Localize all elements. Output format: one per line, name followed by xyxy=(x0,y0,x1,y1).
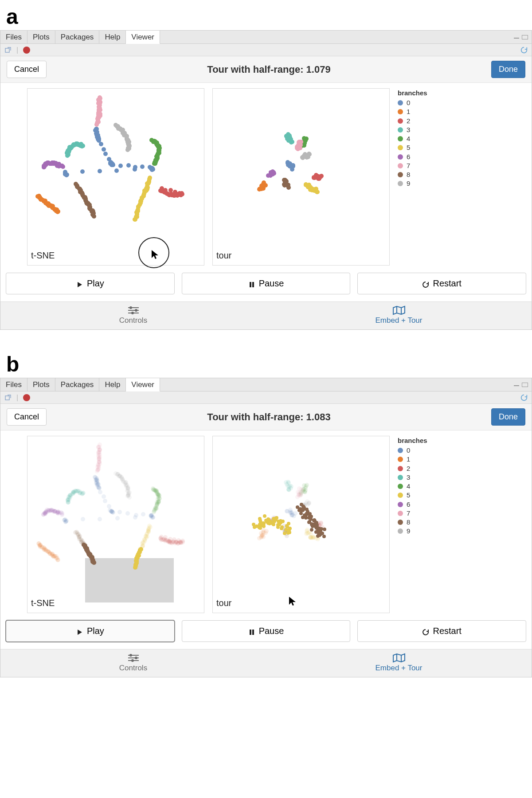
legend-item: 5 xyxy=(398,143,427,152)
pause-button[interactable]: Pause xyxy=(182,273,351,294)
restart-icon xyxy=(422,280,429,287)
legend-item: 2 xyxy=(398,117,427,125)
tab-files[interactable]: Files xyxy=(0,31,27,43)
bottom-tab-controls[interactable]: Controls xyxy=(0,649,266,677)
data-point xyxy=(288,527,292,530)
restart-label: Restart xyxy=(433,626,461,636)
data-point xyxy=(41,512,46,517)
data-point xyxy=(317,528,321,532)
legend-swatch-icon xyxy=(398,127,403,133)
legend-swatch-icon xyxy=(398,145,403,150)
done-button[interactable]: Done xyxy=(491,408,525,426)
svg-rect-9 xyxy=(5,396,9,400)
data-point xyxy=(304,514,307,517)
brush-selection[interactable] xyxy=(85,558,174,602)
bottom-tab-embed-tour[interactable]: Embed + Tour xyxy=(266,302,532,329)
data-point xyxy=(65,153,70,158)
legend-item: 6 xyxy=(398,153,427,161)
tsne-plot-panel[interactable]: t-SNE xyxy=(27,436,204,613)
play-icon xyxy=(76,280,83,287)
cancel-button[interactable]: Cancel xyxy=(7,408,47,426)
refresh-icon[interactable] xyxy=(520,394,528,402)
tab-viewer[interactable]: Viewer xyxy=(126,31,160,44)
restart-button[interactable]: Restart xyxy=(357,273,526,294)
stop-icon[interactable] xyxy=(23,394,31,402)
popout-icon[interactable] xyxy=(4,46,12,54)
branches-legend: branches 0123456789 xyxy=(398,436,427,536)
data-point xyxy=(263,514,266,518)
svg-point-17 xyxy=(132,660,133,661)
pause-icon xyxy=(248,280,255,287)
minimize-pane-icon[interactable] xyxy=(514,383,519,386)
data-point xyxy=(290,167,294,172)
data-point xyxy=(319,174,324,178)
page-title: Tour with half-range: 1.083 xyxy=(47,411,491,423)
play-label: Play xyxy=(87,626,104,636)
cursor-icon xyxy=(288,596,297,609)
tab-viewer[interactable]: Viewer xyxy=(126,378,160,391)
pause-label: Pause xyxy=(259,626,284,636)
rstudio-viewer-pane: Files Plots Packages Help Viewer | Cance… xyxy=(0,30,532,330)
tsne-plot-panel[interactable]: t-SNE xyxy=(27,88,204,266)
popout-icon[interactable] xyxy=(4,394,12,402)
data-point xyxy=(177,191,182,196)
stop-icon[interactable] xyxy=(23,46,31,54)
legend-swatch-icon xyxy=(398,154,403,160)
tab-packages[interactable]: Packages xyxy=(55,378,100,391)
tour-plot-panel[interactable]: tour xyxy=(212,436,390,613)
legend-swatch-icon xyxy=(398,448,403,453)
data-point xyxy=(98,517,102,521)
legend-item: 4 xyxy=(398,134,427,143)
subfigure-label-a: a xyxy=(0,4,532,30)
legend-swatch-icon xyxy=(398,511,403,516)
tab-files[interactable]: Files xyxy=(0,378,27,391)
data-point xyxy=(280,525,284,529)
bottom-tab-controls-label: Controls xyxy=(119,664,147,672)
playback-controls: Play Pause Restart xyxy=(0,613,532,649)
data-point xyxy=(133,167,137,172)
tsne-panel-label: t-SNE xyxy=(31,598,55,608)
refresh-icon[interactable] xyxy=(520,46,528,54)
legend-swatch-icon xyxy=(398,484,403,489)
tab-help[interactable]: Help xyxy=(99,31,126,43)
data-point xyxy=(305,483,309,487)
plot-row: t-SNE tour branches 0123456789 xyxy=(0,430,532,613)
bottom-tab-controls[interactable]: Controls xyxy=(0,302,266,329)
tab-help[interactable]: Help xyxy=(99,378,126,391)
data-point xyxy=(81,517,85,521)
svg-rect-0 xyxy=(5,48,9,52)
maximize-pane-icon[interactable] xyxy=(522,35,528,39)
legend-item: 8 xyxy=(398,170,427,179)
data-point xyxy=(149,515,154,520)
tab-plots[interactable]: Plots xyxy=(27,31,55,43)
tour-plot-panel[interactable]: tour xyxy=(212,88,390,266)
legend-item: 9 xyxy=(398,527,427,536)
play-button[interactable]: Play xyxy=(6,273,175,294)
legend-item: 3 xyxy=(398,125,427,134)
bottom-tab-embed-tour[interactable]: Embed + Tour xyxy=(266,649,532,677)
svg-point-8 xyxy=(132,312,133,314)
tab-packages[interactable]: Packages xyxy=(55,31,100,43)
legend-item: 6 xyxy=(398,500,427,509)
data-point xyxy=(285,183,289,187)
restart-button[interactable]: Restart xyxy=(357,620,526,642)
data-point xyxy=(301,505,305,508)
legend-swatch-icon xyxy=(398,493,403,498)
data-point xyxy=(117,510,122,514)
data-point xyxy=(285,524,289,528)
pause-button[interactable]: Pause xyxy=(182,620,351,642)
tab-plots[interactable]: Plots xyxy=(27,378,55,391)
data-point xyxy=(150,166,155,171)
map-icon xyxy=(392,305,406,315)
legend-swatch-icon xyxy=(398,528,403,534)
maximize-pane-icon[interactable] xyxy=(522,383,528,387)
data-point xyxy=(163,188,168,192)
done-button[interactable]: Done xyxy=(491,61,525,78)
cancel-button[interactable]: Cancel xyxy=(7,61,47,78)
minimize-pane-icon[interactable] xyxy=(514,36,519,39)
tour-panel-label: tour xyxy=(216,250,231,261)
data-point xyxy=(98,169,102,173)
play-button[interactable]: Play xyxy=(6,620,175,642)
legend-item: 8 xyxy=(398,518,427,527)
tsne-panel-label: t-SNE xyxy=(31,250,55,261)
